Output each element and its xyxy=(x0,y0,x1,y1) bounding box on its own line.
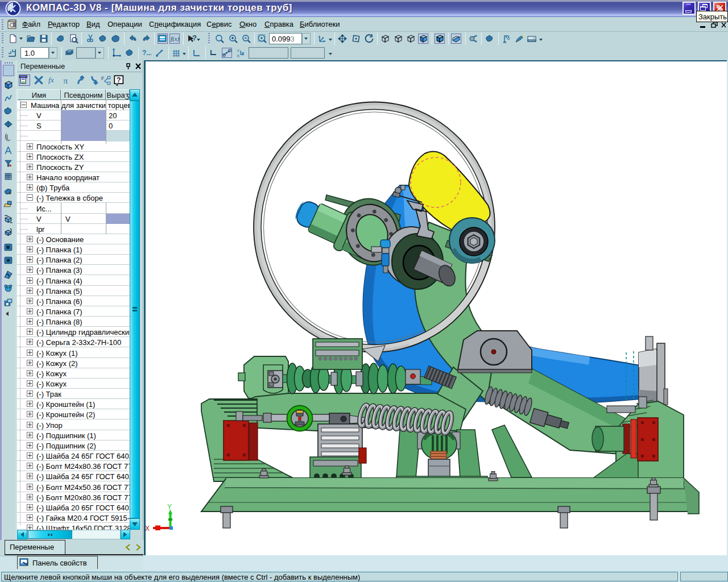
svg-text:π: π xyxy=(63,76,68,85)
svg-text:Y: Y xyxy=(237,48,240,53)
svg-text:?: ? xyxy=(192,34,197,42)
svg-text:?: ? xyxy=(117,76,121,84)
svg-text:f(x): f(x) xyxy=(171,35,180,43)
svg-text:fx: fx xyxy=(48,76,54,84)
svg-text:X: X xyxy=(237,53,240,58)
svg-text:Y: Y xyxy=(167,503,172,511)
svg-text:X: X xyxy=(145,525,150,533)
svg-text:?...: ?... xyxy=(142,49,151,57)
svg-text:F: F xyxy=(101,76,105,81)
